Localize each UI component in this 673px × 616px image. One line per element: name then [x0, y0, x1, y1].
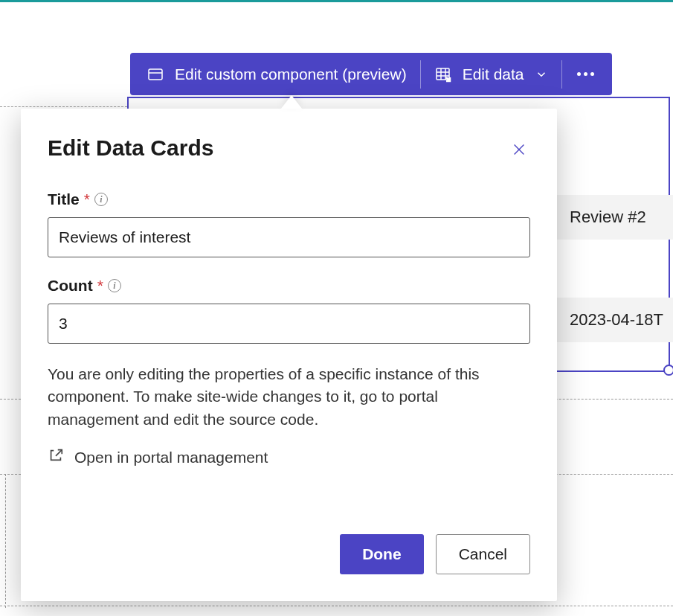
modal-title: Edit Data Cards	[48, 135, 213, 161]
required-asterisk: *	[97, 277, 103, 295]
edit-component-label: Edit custom component (preview)	[175, 65, 407, 83]
edit-component-button[interactable]: Edit custom component (preview)	[133, 60, 420, 89]
close-button[interactable]	[508, 138, 530, 164]
count-label: Count * i	[48, 277, 530, 295]
portal-management-link[interactable]: Open in portal management	[48, 447, 530, 467]
close-icon	[511, 141, 527, 158]
info-icon[interactable]: i	[94, 193, 108, 206]
edit-data-label: Edit data	[463, 65, 524, 83]
bg-cell-date: 2023-04-18T	[557, 298, 673, 342]
done-button[interactable]: Done	[340, 534, 424, 574]
bg-cell-review: Review #2	[557, 195, 673, 240]
component-icon	[146, 65, 164, 83]
resize-handle[interactable]	[663, 365, 673, 376]
cancel-button[interactable]: Cancel	[436, 534, 530, 574]
chevron-down-icon	[535, 68, 548, 81]
edit-data-cards-modal: Edit Data Cards Title * i Count * i You …	[21, 109, 557, 601]
more-button[interactable]	[562, 72, 609, 76]
external-link-icon	[48, 447, 64, 467]
title-label: Title * i	[48, 190, 530, 208]
info-text: You are only editing the properties of a…	[48, 363, 530, 431]
count-input[interactable]	[48, 304, 530, 344]
title-input[interactable]	[48, 217, 530, 257]
info-icon[interactable]: i	[108, 279, 121, 292]
svg-rect-0	[149, 69, 162, 80]
edit-data-button[interactable]: Edit data	[421, 60, 561, 89]
grid-icon	[434, 65, 452, 83]
required-asterisk: *	[84, 190, 90, 208]
component-toolbar: Edit custom component (preview) Edit dat…	[130, 53, 612, 95]
